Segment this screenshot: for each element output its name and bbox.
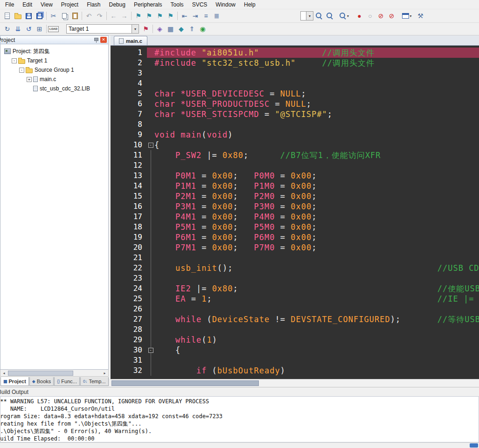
copy-icon[interactable]	[59, 11, 69, 21]
tree-expander-icon[interactable]: +	[27, 77, 32, 82]
fold-marker-icon[interactable]: -	[148, 143, 153, 148]
redo-icon[interactable]: ↷	[94, 11, 105, 21]
resize-grip[interactable]	[470, 443, 478, 448]
cut-icon[interactable]: ✂	[48, 11, 59, 21]
menu-svcs[interactable]: SVCS	[188, 0, 212, 9]
code-line-26[interactable]: 26	[111, 304, 479, 314]
tree-expander-icon[interactable]: -	[19, 68, 24, 73]
menu-peripherals[interactable]: Peripherals	[130, 0, 167, 9]
menu-edit[interactable]: Edit	[18, 0, 36, 9]
code-line-23[interactable]: 23	[111, 273, 479, 283]
code-line-9[interactable]: 9void main(void)	[111, 130, 479, 140]
close-icon[interactable]	[100, 37, 107, 43]
download-icon[interactable]: LOAD	[48, 24, 59, 34]
scroll-thumb[interactable]	[8, 371, 73, 376]
translate-file-icon[interactable]: ↻	[2, 24, 13, 34]
paste-icon[interactable]	[69, 11, 80, 21]
code-line-5[interactable]: 5char *USER_DEVICEDESC = NULL;	[111, 89, 479, 99]
code-line-25[interactable]: 25 EA = 1; //IE |= 0X8	[111, 294, 479, 304]
bookmark-toggle-icon[interactable]: ⚑	[133, 11, 144, 21]
code-line-8[interactable]: 8	[111, 119, 479, 130]
code-line-21[interactable]: 21	[111, 253, 479, 263]
code-line-11[interactable]: 11 P_SW2 |= 0x80; //B7位写1，使能访问XFR	[111, 150, 479, 160]
code-line-1[interactable]: 1#include "ai8051u.h" //调用头文件	[111, 48, 479, 58]
pin-icon[interactable]	[93, 37, 99, 43]
tree-expander-icon[interactable]: -	[12, 58, 17, 63]
batch-build-icon[interactable]: ⊞	[34, 24, 45, 34]
code-line-2[interactable]: 2#include "stc32_stc8_usb.h" //调用头文件	[111, 58, 479, 68]
target-select-combobox-arrow-icon[interactable]: ▾	[132, 25, 139, 33]
tree-item-project[interactable]: Project: 第四集	[0, 47, 108, 56]
code-line-24[interactable]: 24 IE2 |= 0x80; //使能USB中	[111, 283, 479, 294]
editor-hscroll-thumb[interactable]	[111, 380, 259, 386]
scroll-right-icon[interactable]: ▸	[101, 370, 108, 376]
tree-item-source-group-1[interactable]: -Source Group 1	[0, 65, 108, 75]
menu-flash[interactable]: Flash	[83, 0, 104, 9]
pack-installer-icon[interactable]: ⇑	[187, 24, 197, 34]
fold-marker-icon[interactable]: -	[148, 348, 153, 353]
save-icon[interactable]	[23, 11, 34, 21]
code-line-4[interactable]: 4	[111, 78, 479, 89]
incremental-find-icon[interactable]	[324, 11, 335, 21]
bookmark-previous-icon[interactable]: ⚑	[144, 11, 154, 21]
manage-books-icon[interactable]: ◉	[197, 24, 208, 34]
unindent-icon[interactable]: ⇤	[179, 11, 190, 21]
bookmark-clear-all-icon[interactable]: ⚑	[165, 11, 176, 21]
find-text-combobox-arrow-icon[interactable]: ▾	[306, 12, 313, 20]
target-options-icon[interactable]: ⚑	[140, 24, 151, 34]
enable-breakpoint-icon[interactable]: ○	[365, 11, 375, 21]
manage-project-items-icon[interactable]: ▦	[165, 24, 176, 34]
indent-icon[interactable]: ⇥	[190, 11, 201, 21]
new-file-icon[interactable]	[2, 11, 13, 21]
code-line-17[interactable]: 17 P4M1 = 0x00; P4M0 = 0x00;	[111, 212, 479, 222]
tab-templates[interactable]: 0↓Temp...	[80, 377, 109, 386]
editor-tab-main-c[interactable]: main.c	[114, 36, 147, 45]
search-dropdown[interactable]: ▾	[339, 11, 349, 21]
code-line-12[interactable]: 12	[111, 160, 479, 171]
tree-item-main-c[interactable]: +main.c	[0, 75, 108, 84]
code-line-32[interactable]: 32 if (bUsbOutReady)	[111, 365, 479, 376]
select-software-packs-icon[interactable]: ◆	[176, 24, 187, 34]
code-line-22[interactable]: 22 usb_init(); //USB CDC 接	[111, 263, 479, 273]
target-select-combobox[interactable]: Target 1▾	[66, 24, 139, 34]
uncomment-selection-icon[interactable]: ≣	[211, 11, 222, 21]
tab-project[interactable]: ▦Project	[0, 377, 29, 386]
editor-hscrollbar[interactable]	[111, 379, 479, 387]
disable-all-breakpoints-icon[interactable]: ⊘	[375, 11, 386, 21]
project-tree-hscrollbar[interactable]: ◂ ▸	[0, 370, 109, 377]
tab-books[interactable]: ◆Books	[29, 377, 54, 386]
code-line-7[interactable]: 7char *USER_STCISPCMD = "@STCISP#";	[111, 109, 479, 119]
menu-view[interactable]: View	[36, 0, 57, 9]
tab-functions[interactable]: {}Func...	[54, 377, 80, 386]
code-line-29[interactable]: 29 while(1)	[111, 335, 479, 345]
configure-tools-icon[interactable]: ⚒	[415, 11, 426, 21]
comment-selection-icon[interactable]: ≡	[201, 11, 211, 21]
menu-project[interactable]: Project	[57, 0, 83, 9]
navigate-forward-icon[interactable]: →	[119, 11, 130, 21]
code-line-14[interactable]: 14 P1M1 = 0x00; P1M0 = 0x00;	[111, 181, 479, 191]
code-line-3[interactable]: 3	[111, 68, 479, 78]
find-in-files-icon[interactable]	[313, 11, 324, 21]
code-editor[interactable]: 1#include "ai8051u.h" //调用头文件2#include "…	[111, 46, 479, 379]
open-file-icon[interactable]	[13, 11, 23, 21]
menu-tools[interactable]: Tools	[167, 0, 188, 9]
bookmark-next-icon[interactable]: ⚑	[154, 11, 165, 21]
code-line-6[interactable]: 6char *USER_PRODUCTDESC = NULL;	[111, 99, 479, 109]
code-line-19[interactable]: 19 P6M1 = 0x00; P6M0 = 0x00;	[111, 232, 479, 242]
menu-help[interactable]: Help	[240, 0, 260, 9]
code-line-28[interactable]: 28	[111, 324, 479, 335]
code-line-31[interactable]: 31	[111, 355, 479, 365]
code-line-18[interactable]: 18 P5M1 = 0x00; P5M0 = 0x00;	[111, 222, 479, 232]
rebuild-all-icon[interactable]: ↺	[23, 24, 34, 34]
code-line-13[interactable]: 13 P0M1 = 0x00; P0M0 = 0x00;	[111, 171, 479, 181]
code-line-20[interactable]: 20 P7M1 = 0x00; P7M0 = 0x00;	[111, 242, 479, 253]
build-icon[interactable]: ⇊	[13, 24, 23, 34]
kill-all-breakpoints-icon[interactable]: ⊘	[386, 11, 397, 21]
menu-window[interactable]: Window	[211, 0, 240, 9]
code-line-16[interactable]: 16 P3M1 = 0x00; P3M0 = 0x00;	[111, 201, 479, 212]
code-line-27[interactable]: 27 while (DeviceState != DEVSTATE_CONFIG…	[111, 314, 479, 324]
find-text-combobox[interactable]: ▾	[300, 11, 313, 21]
navigate-back-icon[interactable]: ←	[108, 11, 119, 21]
window-layout-dropdown[interactable]: ▾	[402, 11, 412, 21]
code-line-15[interactable]: 15 P2M1 = 0x00; P2M0 = 0x00;	[111, 191, 479, 201]
